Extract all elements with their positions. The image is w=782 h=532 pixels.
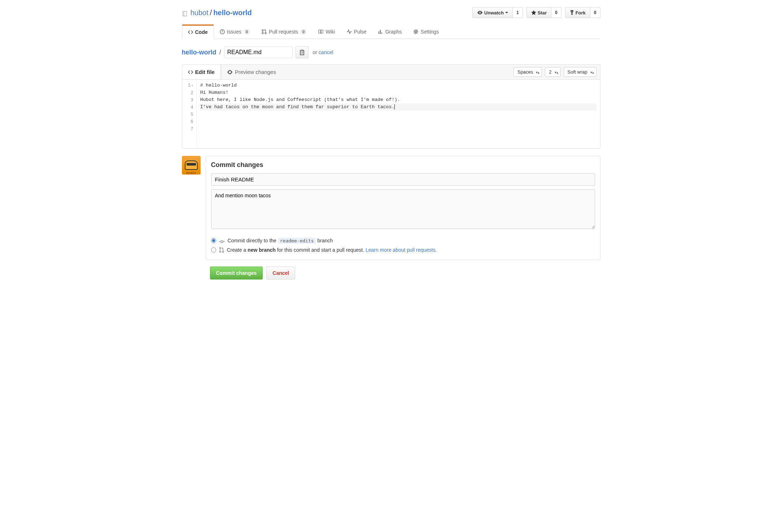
- select-caret-icon: ▾▴: [590, 70, 594, 74]
- svg-point-7: [222, 251, 224, 252]
- code-line: Hi Humans!: [200, 89, 597, 96]
- breadcrumb-repo[interactable]: hello-world: [182, 49, 217, 56]
- commit-changes-button[interactable]: Commit changes: [210, 267, 263, 280]
- cancel-link[interactable]: cancel: [319, 49, 333, 55]
- tab-pulse-label: Pulse: [354, 29, 367, 35]
- fork-label: Fork: [576, 10, 586, 16]
- branch-name: readme-edits: [278, 238, 316, 244]
- tab-issues-label: Issues: [227, 29, 241, 35]
- avatar-robot-icon: [185, 161, 198, 170]
- unwatch-button[interactable]: Unwatch: [472, 7, 513, 18]
- book-icon: [318, 29, 323, 34]
- edit-breadcrumb: hello-world / or cancel: [182, 46, 600, 58]
- gear-icon: [414, 29, 419, 34]
- clipboard-button[interactable]: [296, 46, 309, 58]
- commit-options: Commit directly to the readme-edits bran…: [211, 236, 595, 255]
- tab-pulse[interactable]: Pulse: [341, 25, 372, 39]
- indent-size-select[interactable]: 2 ▾▴: [545, 67, 560, 77]
- line-gutter: 1▾ 2 3 4 5 6 7: [182, 80, 197, 148]
- tab-settings-label: Settings: [421, 29, 439, 35]
- code-line-text: I've had tacos on the moon and find them…: [200, 104, 394, 110]
- commit-option-direct[interactable]: Commit directly to the readme-edits bran…: [211, 236, 595, 245]
- caret-icon: [505, 12, 508, 13]
- repo-owner-link[interactable]: hubot: [191, 9, 209, 17]
- fork-button[interactable]: Fork: [565, 7, 590, 18]
- select-caret-icon: ▾▴: [555, 70, 558, 74]
- code-editor[interactable]: 1▾ 2 3 4 5 6 7 # hello-world Hi Humans! …: [182, 80, 600, 148]
- wrap-mode-select[interactable]: Soft wrap ▾▴: [564, 67, 597, 77]
- tab-preview-changes[interactable]: Preview changes: [221, 65, 282, 79]
- eye-icon: [477, 10, 483, 15]
- filename-input[interactable]: [224, 47, 293, 58]
- tab-pull-requests[interactable]: Pull requests 0: [256, 25, 313, 39]
- svg-point-1: [262, 30, 263, 31]
- code-line: I've had tacos on the moon and find them…: [200, 104, 597, 111]
- tab-wiki-label: Wiki: [326, 29, 335, 35]
- code-line: # hello-world: [200, 82, 597, 89]
- star-count[interactable]: 0: [551, 7, 562, 18]
- commit-summary-input[interactable]: [211, 173, 595, 186]
- text: for this commit and start a pull request…: [277, 247, 364, 253]
- tab-code[interactable]: Code: [182, 25, 214, 39]
- commit-option-new-branch[interactable]: Create a new branch for this commit and …: [211, 245, 595, 255]
- pull-request-icon: [262, 29, 267, 34]
- tab-graphs-label: Graphs: [385, 29, 402, 35]
- or-cancel: or cancel: [313, 49, 333, 55]
- repo-icon: [182, 9, 188, 17]
- learn-more-link[interactable]: Learn more about pull requests.: [366, 247, 437, 253]
- svg-point-6: [219, 251, 221, 252]
- repo-tabs: Code Issues 0 Pull requests 0 Wiki Pulse…: [182, 25, 600, 39]
- commit-actions: Commit changes Cancel: [210, 267, 600, 280]
- text: branch: [318, 238, 333, 243]
- tab-preview-label: Preview changes: [235, 69, 276, 75]
- pull-request-icon: [219, 247, 224, 253]
- breadcrumb-sep: /: [219, 49, 221, 56]
- indent-mode-value: Spaces: [517, 69, 533, 75]
- repo-header: hubot / hello-world Unwatch 1 Star 0: [182, 7, 600, 18]
- star-icon: [531, 10, 536, 15]
- repo-actions: Unwatch 1 Star 0 Fork 0: [472, 7, 600, 18]
- commit-icon: [219, 238, 225, 243]
- commit-section: HU-BOT Commit changes Commit directly to…: [182, 156, 600, 260]
- watch-count[interactable]: 1: [513, 7, 523, 18]
- tab-code-label: Code: [195, 29, 208, 35]
- graph-icon: [378, 29, 383, 34]
- svg-point-2: [262, 32, 263, 34]
- indent-mode-select[interactable]: Spaces ▾▴: [514, 67, 542, 77]
- wrap-mode-value: Soft wrap: [568, 69, 587, 75]
- tab-pulls-label: Pull requests: [269, 29, 298, 35]
- fork-icon: [570, 10, 574, 16]
- fork-count[interactable]: 0: [590, 7, 600, 18]
- commit-description-textarea[interactable]: [211, 189, 595, 229]
- tab-edit-file[interactable]: Edit file: [182, 65, 221, 79]
- star-button[interactable]: Star: [527, 7, 551, 18]
- repo-sep: /: [210, 9, 212, 17]
- commit-newbranch-text: Create a new branch for this commit and …: [227, 247, 437, 253]
- tab-graphs[interactable]: Graphs: [372, 25, 408, 39]
- text-bold: new branch: [248, 247, 276, 253]
- eye-icon: [227, 70, 233, 74]
- select-caret-icon: ▾▴: [536, 70, 539, 74]
- commit-direct-radio[interactable]: [211, 238, 216, 243]
- tab-issues[interactable]: Issues 0: [214, 25, 256, 39]
- tab-settings[interactable]: Settings: [408, 25, 445, 39]
- editor-box: Edit file Preview changes Spaces ▾▴ 2 ▾▴…: [182, 64, 600, 149]
- tab-edit-label: Edit file: [195, 69, 215, 75]
- avatar-label: HU-BOT: [182, 172, 201, 174]
- cancel-button[interactable]: Cancel: [266, 267, 295, 280]
- commit-direct-text: Commit directly to the readme-edits bran…: [228, 238, 333, 243]
- issue-icon: [220, 29, 225, 34]
- commit-newbranch-radio[interactable]: [211, 247, 216, 252]
- svg-point-3: [265, 32, 266, 34]
- code-icon: [188, 30, 193, 35]
- code-line: Hubot here, I like Node.js and Coffeescr…: [200, 96, 597, 104]
- repo-name-link[interactable]: hello-world: [213, 9, 252, 17]
- or-text: or: [313, 49, 317, 55]
- text: Commit directly to the: [228, 238, 276, 243]
- pulls-count: 0: [300, 29, 307, 35]
- editor-toolbar: Edit file Preview changes Spaces ▾▴ 2 ▾▴…: [182, 65, 600, 80]
- code-content[interactable]: # hello-world Hi Humans! Hubot here, I l…: [197, 80, 600, 148]
- clipboard-icon: [300, 49, 305, 55]
- tab-wiki[interactable]: Wiki: [313, 25, 341, 39]
- indent-size-value: 2: [549, 69, 551, 75]
